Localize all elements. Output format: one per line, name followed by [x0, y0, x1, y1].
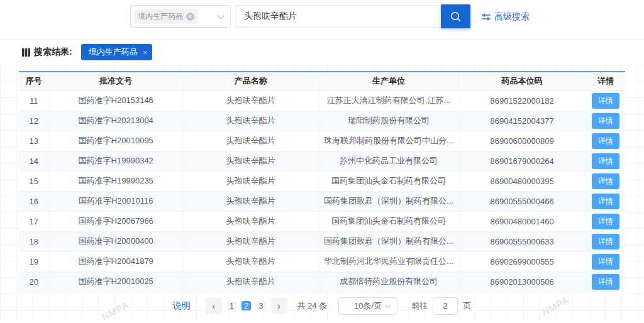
- search-icon: [450, 11, 462, 23]
- cell-code: 86904152004377: [458, 111, 586, 131]
- filter-tag-label: 境内生产药品: [89, 47, 138, 58]
- cell-code: 86900555000633: [458, 231, 586, 251]
- table-row: 15国药准字H19990235头孢呋辛酯片国药集团汕头金石制药有限公司86900…: [19, 171, 625, 191]
- category-tag: 境内生产药品 ×: [134, 9, 198, 24]
- cell-product: 头孢呋辛酯片: [182, 251, 319, 271]
- cell-manufacturer: 江苏正大清江制药有限公司,江苏...: [319, 90, 458, 111]
- cell-detail: 详情: [586, 271, 625, 292]
- cell-detail: 详情: [586, 90, 625, 111]
- chevron-right-icon: ›: [277, 300, 280, 311]
- cell-manufacturer: 国药集团致君（深圳）制药有限公...: [319, 231, 458, 251]
- cell-product: 头孢呋辛酯片: [182, 131, 319, 151]
- cell-manufacturer: 国药集团汕头金石制药有限公司: [319, 211, 458, 231]
- cell-no: 15: [19, 171, 49, 191]
- search-button[interactable]: [441, 4, 470, 28]
- detail-button[interactable]: 详情: [592, 194, 619, 209]
- note-link[interactable]: 说明: [173, 300, 191, 312]
- column-header-approval: 批准文号: [49, 72, 182, 90]
- cell-code: 86900600000809: [458, 131, 586, 151]
- cell-detail: 详情: [586, 211, 625, 231]
- table-row: 14国药准字H19990342头孢呋辛酯片苏州中化药品工业有限公司8690167…: [19, 151, 625, 171]
- grid-icon: [22, 48, 30, 57]
- cell-product: 头孢呋辛酯片: [182, 271, 319, 292]
- search-input[interactable]: [236, 5, 441, 28]
- cell-manufacturer: 国药集团致君（深圳）制药有限公...: [319, 191, 458, 211]
- filter-tag: 境内生产药品 ×: [81, 44, 153, 60]
- cell-no: 20: [19, 271, 49, 292]
- page-button-active[interactable]: 2: [242, 301, 251, 310]
- cell-manufacturer: 华北制药河北华民药业有限责任公...: [319, 251, 458, 271]
- detail-button[interactable]: 详情: [592, 214, 619, 229]
- table-row: 13国药准字H20010095头孢呋辛酯片珠海联邦制药股份有限公司中山分...8…: [19, 131, 625, 151]
- cell-no: 12: [19, 111, 49, 131]
- table-body: 11国药准字H20153146头孢呋辛酯片江苏正大清江制药有限公司,江苏...8…: [19, 90, 625, 292]
- cell-approval: 国药准字H20000400: [49, 231, 182, 251]
- category-tag-label: 境内生产药品: [138, 11, 183, 22]
- advanced-search-label: 高级搜索: [494, 11, 530, 23]
- cell-code: 86902013000506: [458, 271, 586, 292]
- cell-manufacturer: 瑞阳制药股份有限公司: [319, 111, 458, 131]
- chevron-left-icon: ‹: [212, 300, 215, 311]
- cell-code: 86900480001460: [458, 211, 586, 231]
- cell-no: 19: [19, 251, 49, 271]
- page-buttons: 123: [225, 298, 269, 314]
- column-header-code: 药品本位码: [458, 72, 586, 90]
- filter-sliders-icon: [482, 13, 491, 21]
- advanced-search-link[interactable]: 高级搜索: [482, 11, 530, 23]
- cell-product: 头孢呋辛酯片: [182, 151, 319, 171]
- goto-page-input[interactable]: [433, 297, 458, 315]
- cell-no: 11: [19, 90, 49, 111]
- next-page-button[interactable]: ›: [271, 298, 287, 314]
- results-header: 搜索结果: 境内生产药品 ×: [0, 40, 644, 65]
- goto-label: 前往: [411, 300, 428, 312]
- results-table: 序号 批准文号 产品名称 生产单位 药品本位码 详情 11国药准字H201531…: [19, 71, 625, 292]
- column-header-manufacturer: 生产单位: [319, 72, 458, 90]
- detail-button[interactable]: 详情: [592, 254, 619, 270]
- page-size-select[interactable]: 10条/页: [338, 297, 397, 315]
- cell-detail: 详情: [586, 171, 625, 191]
- goto-suffix-label: 页: [463, 300, 471, 312]
- search-section: 境内生产药品 × 高级搜索: [0, 0, 644, 39]
- detail-button[interactable]: 详情: [592, 133, 619, 149]
- page-button[interactable]: 1: [227, 301, 236, 310]
- prev-page-button[interactable]: ‹: [206, 298, 222, 314]
- cell-product: 头孢呋辛酯片: [182, 211, 319, 231]
- page-button[interactable]: 3: [256, 301, 265, 310]
- cell-approval: 国药准字H20213004: [49, 111, 182, 131]
- cell-detail: 详情: [586, 231, 625, 251]
- table-row: 20国药准字H20010025头孢呋辛酯片成都倍特药业股份有限公司8690201…: [19, 271, 625, 292]
- detail-button[interactable]: 详情: [592, 173, 619, 189]
- cell-product: 头孢呋辛酯片: [182, 111, 319, 131]
- cell-no: 18: [19, 231, 49, 251]
- detail-button[interactable]: 详情: [592, 274, 619, 290]
- detail-button[interactable]: 详情: [592, 234, 619, 249]
- table-row: 11国药准字H20153146头孢呋辛酯片江苏正大清江制药有限公司,江苏...8…: [19, 90, 625, 111]
- detail-button[interactable]: 详情: [592, 113, 619, 129]
- column-header-no: 序号: [19, 72, 49, 90]
- cell-approval: 国药准字H20041879: [49, 251, 182, 271]
- cell-manufacturer: 苏州中化药品工业有限公司: [319, 151, 458, 171]
- cell-detail: 详情: [586, 191, 625, 211]
- page-size-value: 10条/页: [354, 300, 382, 312]
- cell-approval: 国药准字H20067966: [49, 211, 182, 231]
- category-tag-close-icon[interactable]: ×: [186, 13, 194, 21]
- detail-button[interactable]: 详情: [592, 153, 619, 169]
- cell-product: 头孢呋辛酯片: [182, 191, 319, 211]
- cell-product: 头孢呋辛酯片: [182, 231, 319, 251]
- cell-detail: 详情: [586, 111, 625, 131]
- cell-approval: 国药准字H20010095: [49, 131, 182, 151]
- category-select[interactable]: 境内生产药品 ×: [130, 5, 231, 28]
- filter-tag-close-icon[interactable]: ×: [143, 48, 148, 57]
- detail-button[interactable]: 详情: [592, 93, 619, 109]
- chevron-down-icon: [217, 14, 225, 19]
- results-label: 搜索结果:: [34, 47, 72, 58]
- cell-approval: 国药准字H20153146: [49, 90, 182, 111]
- cell-code: 86900480000395: [458, 171, 586, 191]
- results-body: 序号 批准文号 产品名称 生产单位 药品本位码 详情 11国药准字H201531…: [0, 65, 644, 320]
- cell-product: 头孢呋辛酯片: [182, 171, 319, 191]
- cell-no: 14: [19, 151, 49, 171]
- cell-code: 86901679000264: [458, 151, 586, 171]
- pagination-bar: 说明 ‹ 123 › 共 24 条 10条/页 前往 页: [19, 292, 625, 320]
- table-header: 序号 批准文号 产品名称 生产单位 药品本位码 详情: [19, 72, 625, 90]
- cell-approval: 国药准字H19990235: [49, 171, 182, 191]
